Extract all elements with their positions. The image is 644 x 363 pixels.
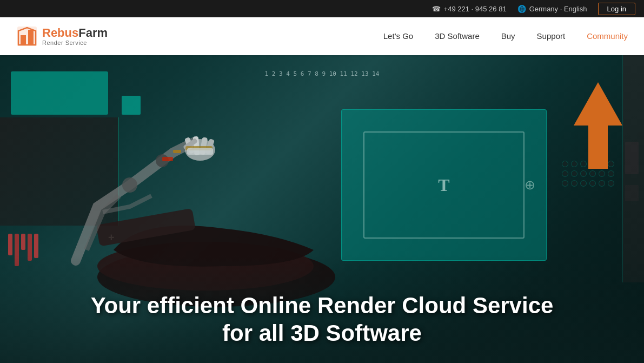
hero-title-line1: Your efficient Online Render Cloud Servi…: [0, 292, 644, 319]
sci-dot: [589, 170, 596, 177]
svg-rect-17: [162, 157, 173, 161]
navbar: RebusFarm Render Service Let's Go 3D Sof…: [0, 17, 644, 55]
panel-t-symbol: T: [438, 175, 449, 195]
nav-item-community[interactable]: Community: [587, 31, 628, 41]
sci-dot: [571, 170, 577, 177]
sci-dot: [580, 170, 587, 177]
phone-icon: ☎: [432, 5, 441, 13]
nav-links: Let's Go 3D Software Buy Support Communi…: [383, 31, 628, 41]
logo-name: RebusFarm: [42, 27, 108, 39]
phone-info: ☎ +49 221 · 945 26 81: [432, 5, 507, 13]
vert-bar-1: [8, 234, 12, 255]
nav-link-buy[interactable]: Buy: [501, 31, 515, 41]
right-side-panel: [622, 55, 644, 282]
nav-item-3dsoftware[interactable]: 3D Software: [435, 31, 480, 41]
phone-number: +49 221 · 945 26 81: [444, 5, 507, 13]
sci-dot: [571, 180, 577, 187]
login-button[interactable]: Log in: [598, 3, 635, 15]
svg-rect-18: [173, 150, 181, 153]
region-label: Germany · English: [529, 5, 587, 13]
logo-icon: [16, 25, 38, 47]
logo-rebus: Rebus: [42, 26, 78, 39]
sci-dot: [608, 180, 614, 187]
svg-rect-3: [28, 30, 34, 45]
svg-point-7: [122, 177, 137, 193]
scroll-arrow-container[interactable]: [574, 82, 622, 169]
logo-text: RebusFarm Render Service: [42, 27, 108, 46]
svg-rect-2: [21, 35, 26, 45]
sci-dot: [608, 170, 614, 177]
nav-item-support[interactable]: Support: [537, 31, 566, 41]
nav-link-3dsoftware[interactable]: 3D Software: [435, 31, 480, 41]
nav-item-buy[interactable]: Buy: [501, 31, 515, 41]
hero-title-line2: for all 3D Software: [0, 320, 644, 347]
nav-link-support[interactable]: Support: [537, 31, 566, 41]
center-right-panel: T ⊕: [341, 109, 547, 261]
panel-crosshair: ⊕: [525, 177, 535, 193]
panel-inner-rect: T: [363, 131, 525, 239]
logo-subtitle: Render Service: [42, 39, 108, 46]
sci-dot: [562, 170, 568, 177]
dot-group-2: [562, 170, 614, 177]
svg-rect-16: [187, 148, 213, 155]
number-ruler: 1 2 3 4 5 6 7 8 9 10 11 12 13 14: [265, 70, 380, 77]
sci-dot: [599, 180, 605, 187]
logo-farm: Farm: [78, 26, 108, 39]
scene-container: 1 2 3 4 5 6 7 8 9 10 11 12 13 14 T ⊕: [0, 55, 644, 363]
sci-dot: [599, 170, 605, 177]
nav-link-community[interactable]: Community: [587, 31, 628, 41]
nav-item-letsgo[interactable]: Let's Go: [383, 31, 413, 41]
top-bar: ☎ +49 221 · 945 26 81 🌐 Germany · Englis…: [0, 0, 644, 17]
region-selector[interactable]: 🌐 Germany · English: [517, 5, 587, 13]
hero-section: 1 2 3 4 5 6 7 8 9 10 11 12 13 14 T ⊕: [0, 55, 644, 363]
vert-bar-3: [21, 234, 25, 250]
sci-dot: [562, 161, 568, 167]
sci-dot: [562, 180, 568, 187]
globe-icon: 🌐: [517, 5, 526, 13]
sci-dot: [580, 180, 587, 187]
scroll-up-arrow[interactable]: [574, 82, 622, 169]
hero-text: Your efficient Online Render Cloud Servi…: [0, 292, 644, 347]
dot-group-3: [562, 180, 614, 187]
nav-link-letsgo[interactable]: Let's Go: [383, 31, 413, 41]
logo[interactable]: RebusFarm Render Service: [16, 25, 108, 47]
sci-dot: [589, 180, 596, 187]
